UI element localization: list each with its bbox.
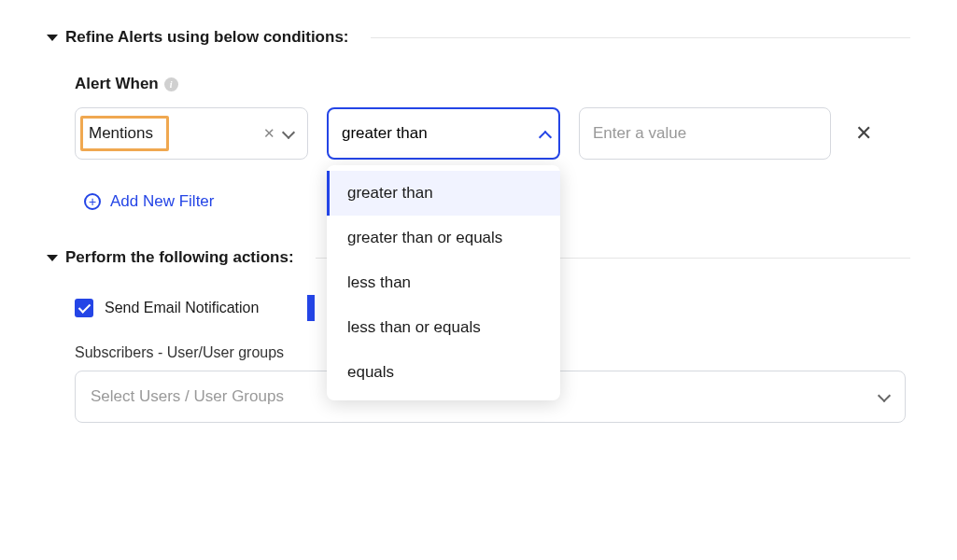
collapse-triangle-icon: [47, 35, 58, 41]
actions-section-title: Perform the following actions:: [65, 248, 294, 267]
divider: [371, 37, 910, 38]
clear-icon[interactable]: ✕: [263, 125, 275, 142]
value-input[interactable]: Enter a value: [579, 107, 831, 160]
chevron-down-icon: [879, 391, 890, 402]
filter-row: Mentions ✕ Enter a value ✕ greater than …: [75, 107, 910, 160]
plus-circle-icon: +: [84, 193, 101, 210]
refine-section-title: Refine Alerts using below conditions:: [65, 28, 349, 47]
subscribers-placeholder: Select Users / User Groups: [91, 387, 284, 406]
metric-value: Mentions: [89, 124, 263, 143]
blue-accent-bar: [307, 295, 315, 321]
refine-section-body: Alert When i Mentions ✕ Enter a value ✕ …: [47, 75, 910, 211]
dropdown-option-greater-than[interactable]: greater than: [327, 171, 560, 216]
refine-section-header[interactable]: Refine Alerts using below conditions:: [47, 28, 910, 47]
dropdown-option-greater-than-or-equals[interactable]: greater than or equals: [327, 216, 560, 260]
operator-select[interactable]: [327, 107, 560, 160]
collapse-triangle-icon: [47, 255, 58, 261]
operator-dropdown: greater than greater than or equals less…: [327, 165, 560, 400]
alert-when-text: Alert When: [75, 75, 159, 93]
metric-select[interactable]: Mentions ✕: [75, 107, 308, 160]
info-icon[interactable]: i: [164, 77, 178, 91]
chevron-up-icon: [540, 128, 545, 139]
alert-when-label: Alert When i: [75, 75, 910, 93]
chevron-down-icon: [283, 128, 294, 139]
dropdown-option-less-than[interactable]: less than: [327, 260, 560, 305]
dropdown-option-equals[interactable]: equals: [327, 350, 560, 395]
value-placeholder: Enter a value: [593, 124, 686, 143]
dropdown-option-less-than-or-equals[interactable]: less than or equals: [327, 305, 560, 350]
add-filter-label: Add New Filter: [110, 192, 214, 211]
remove-filter-button[interactable]: ✕: [850, 121, 878, 146]
email-checkbox-label: Send Email Notification: [105, 300, 259, 316]
operator-input[interactable]: [342, 124, 540, 143]
email-checkbox[interactable]: [75, 299, 93, 317]
